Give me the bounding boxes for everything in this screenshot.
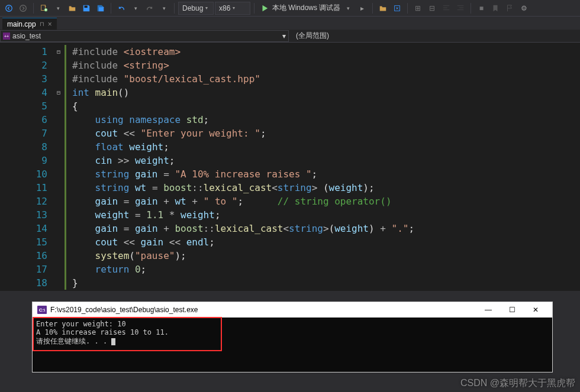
save-all-icon[interactable] (94, 2, 107, 15)
redo-drop[interactable]: ▾ (157, 2, 170, 15)
disabled-btn-1: ⊞ (411, 2, 424, 15)
debugger-drop[interactable]: ▾ (341, 2, 355, 15)
sync-icon[interactable] (391, 2, 404, 15)
console-line-3: 请按任意键继续. . . (36, 336, 549, 346)
svg-point-0 (6, 5, 12, 11)
console-icon: C:\ (37, 306, 47, 314)
svg-rect-4 (85, 5, 88, 8)
undo-icon[interactable] (115, 2, 128, 15)
scope-label: (全局范围) (296, 31, 329, 40)
start-debug-button[interactable] (258, 2, 271, 15)
nav-back-icon[interactable] (2, 2, 15, 15)
console-output[interactable]: Enter your weight: 10 A 10% increase rai… (33, 318, 552, 372)
platform-label: x86 (219, 4, 230, 12)
undo-drop[interactable]: ▾ (129, 2, 142, 15)
pin-icon[interactable]: ⊓ (40, 21, 44, 27)
console-title-text: F:\vs2019_code\asio_test\Debug\asio_test… (50, 306, 198, 314)
document-tabs: main.cpp ⊓ × (0, 17, 580, 30)
line-numbers: 123456789101112131415161718 (0, 43, 53, 291)
console-line-2: A 10% increase raises 10 to 11. (36, 328, 549, 336)
comment-icon: ■ (475, 2, 488, 15)
project-dropdown[interactable]: ++ asio_test ▾ (0, 30, 289, 42)
chevron-down-icon: ▾ (233, 5, 235, 11)
nav-fwd-icon[interactable] (17, 2, 30, 15)
console-window: C:\ F:\vs2019_code\asio_test\Debug\asio_… (32, 302, 553, 372)
maximize-button[interactable]: ☐ (500, 302, 524, 318)
minimize-button[interactable]: — (476, 302, 500, 318)
tab-main-cpp[interactable]: main.cpp ⊓ × (2, 18, 57, 30)
main-toolbar: ▾ ▾ ▾ Debug▾ x86▾ 本地 Windows 调试器 ▾ ▸ ⊞ ⊟… (0, 0, 580, 17)
tab-label: main.cpp (7, 20, 36, 28)
debugger-label[interactable]: 本地 Windows 调试器 (272, 3, 340, 13)
chevron-down-icon: ▾ (205, 5, 208, 11)
flag-icon (503, 2, 516, 15)
outdent-icon (440, 2, 453, 15)
context-bar: ++ asio_test ▾ (全局范围) (0, 30, 580, 43)
cpp-project-icon: ++ (3, 33, 10, 40)
fold-margin: ⊟⊟ (53, 43, 64, 291)
console-line-1: Enter your weight: 10 (36, 320, 549, 328)
bookmark-icon (489, 2, 502, 15)
cursor-icon (111, 338, 115, 345)
code-editor[interactable]: 123456789101112131415161718 ⊟⊟ #include … (0, 43, 580, 291)
config-dropdown[interactable]: Debug▾ (178, 2, 214, 15)
config-label: Debug (182, 4, 203, 12)
chevron-down-icon: ▾ (282, 32, 286, 40)
project-name: asio_test (12, 32, 41, 40)
console-titlebar[interactable]: C:\ F:\vs2019_code\asio_test\Debug\asio_… (33, 302, 552, 318)
new-item-icon[interactable] (37, 2, 50, 15)
watermark: CSDN @森明帮大于黑虎帮 (460, 377, 575, 390)
svg-point-1 (20, 5, 27, 11)
folder-icon[interactable] (376, 2, 389, 15)
indent-icon (454, 2, 467, 15)
close-icon[interactable]: × (48, 20, 52, 28)
svg-text:++: ++ (4, 34, 9, 38)
open-icon[interactable] (66, 2, 79, 15)
debugger-more[interactable]: ▸ (356, 2, 369, 15)
disabled-btn-2: ⊟ (426, 2, 439, 15)
close-button[interactable]: ✕ (524, 302, 547, 318)
platform-dropdown[interactable]: x86▾ (215, 2, 250, 15)
code-content[interactable]: #include <iostream> #include <string> #i… (67, 43, 419, 291)
save-icon[interactable] (80, 2, 93, 15)
tool-icon[interactable]: ⚙ (517, 2, 530, 15)
dropdown-icon[interactable]: ▾ (51, 2, 65, 15)
redo-icon[interactable] (143, 2, 156, 15)
scope-dropdown[interactable]: (全局范围) (289, 31, 580, 41)
